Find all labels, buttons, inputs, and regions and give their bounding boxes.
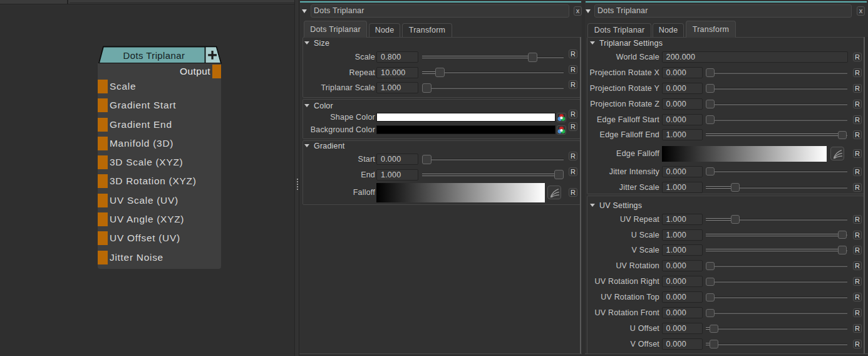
svg-text:Dots Triplanar: Dots Triplanar <box>123 50 185 61</box>
